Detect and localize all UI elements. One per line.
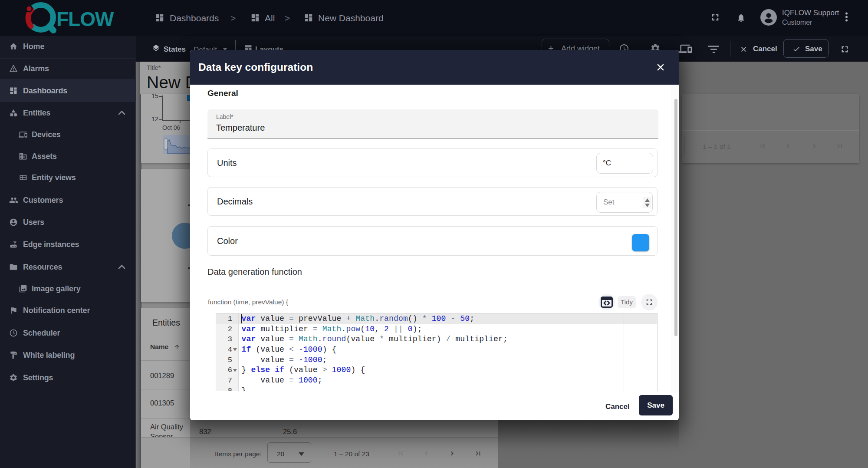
svg-text:FLOW: FLOW xyxy=(56,8,114,30)
